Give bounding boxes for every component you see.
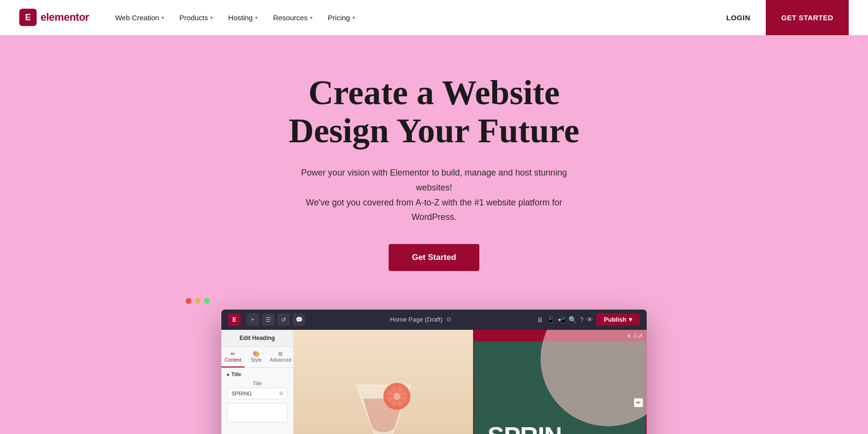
- nav-item-products[interactable]: Products ▾: [173, 10, 219, 26]
- editor-topbar-actions: + ☰ ↺ 💬: [246, 313, 305, 326]
- topbar-right: 🖥 📱 📲 🔍 ? 👁 Publish ▾: [537, 313, 640, 326]
- nav-item-pricing[interactable]: Pricing ▾: [321, 10, 362, 26]
- get-started-button-hero[interactable]: Get Started: [389, 244, 479, 271]
- elementor-editor-icon: E: [228, 313, 241, 326]
- canvas-left: [294, 330, 473, 434]
- nav-right: LOGIN GET STARTED: [719, 0, 849, 35]
- input-icon: ⊞: [279, 391, 283, 396]
- window-dots: [186, 298, 210, 304]
- style-icon: 🎨: [246, 351, 266, 357]
- editor-panel: Edit Heading ✏ Content 🎨 Style ⚙ Advanc: [221, 330, 294, 434]
- chevron-down-icon: ▾: [310, 15, 312, 20]
- window-dot-yellow: [195, 298, 201, 304]
- canvas-right: ✕ ⠿ + ⤢: [473, 330, 647, 434]
- triangle-icon: ▸: [227, 372, 230, 377]
- chevron-down-icon: ▾: [162, 15, 164, 20]
- spring-text-content: SPRIN: [488, 421, 562, 434]
- login-button[interactable]: LOGIN: [719, 10, 758, 26]
- logo-link[interactable]: E elementor: [19, 9, 89, 26]
- nav-item-resources[interactable]: Resources ▾: [266, 10, 319, 26]
- publish-button[interactable]: Publish ▾: [596, 313, 640, 326]
- advanced-icon: ⚙: [270, 351, 291, 357]
- edit-pencil-button[interactable]: ✏: [634, 398, 643, 407]
- history-button[interactable]: ↺: [277, 313, 290, 326]
- editor-preview: E + ☰ ↺ 💬 Home Page (Draft) ⚙ 🖥 📱 📲 🔍 ?: [19, 310, 849, 434]
- page-name: Home Page (Draft) ⚙: [309, 316, 533, 323]
- hero-title: Create a Website Design Your Future: [19, 74, 849, 150]
- add-widget-button[interactable]: +: [246, 313, 259, 326]
- panel-tab-content[interactable]: ✏ Content: [221, 347, 244, 367]
- chevron-down-icon: ▾: [353, 15, 355, 20]
- chevron-down-icon: ▾: [629, 316, 632, 323]
- eye-icon[interactable]: 👁: [586, 316, 593, 324]
- svg-point-8: [393, 393, 401, 400]
- title-field: Title SPRING ⊞: [227, 381, 287, 399]
- comments-button[interactable]: 💬: [293, 313, 305, 326]
- window-dot-red: [186, 298, 191, 304]
- editor-topbar: E + ☰ ↺ 💬 Home Page (Draft) ⚙ 🖥 📱 📲 🔍 ?: [221, 310, 647, 330]
- nav-item-web-creation[interactable]: Web Creation ▾: [108, 10, 171, 26]
- panel-tabs: ✏ Content 🎨 Style ⚙ Advanced: [221, 347, 293, 368]
- panel-header: Edit Heading: [221, 330, 293, 347]
- editor-window: E + ☰ ↺ 💬 Home Page (Draft) ⚙ 🖥 📱 📲 🔍 ?: [221, 310, 647, 434]
- cocktail-image: [335, 349, 432, 434]
- nav-item-hosting[interactable]: Hosting ▾: [221, 10, 264, 26]
- orange-slice-image: [574, 412, 647, 434]
- navigator-button[interactable]: ☰: [262, 313, 274, 326]
- hero-subtitle: Power your vision with Elementor to buil…: [289, 165, 579, 224]
- mobile-icon[interactable]: 📲: [557, 316, 566, 324]
- panel-tab-style[interactable]: 🎨 Style: [244, 347, 268, 367]
- search-icon[interactable]: 🔍: [569, 316, 577, 324]
- get-started-button-nav[interactable]: GET STARTED: [766, 0, 849, 35]
- tablet-icon[interactable]: 📱: [546, 316, 555, 324]
- desktop-icon[interactable]: 🖥: [537, 316, 543, 324]
- editor-body: Edit Heading ✏ Content 🎨 Style ⚙ Advanc: [221, 330, 647, 434]
- editor-canvas: ✕ ⠿ + ⤢: [294, 330, 647, 434]
- help-icon[interactable]: ?: [580, 316, 583, 324]
- nav-links: Web Creation ▾ Products ▾ Hosting ▾ Reso…: [108, 10, 719, 26]
- hero-section: Create a Website Design Your Future Powe…: [0, 35, 868, 434]
- logo-icon: E: [19, 9, 37, 26]
- title-text-area[interactable]: [227, 403, 287, 422]
- chevron-down-icon: ▾: [210, 15, 213, 20]
- title-input[interactable]: SPRING ⊞: [227, 388, 287, 399]
- chevron-down-icon: ▾: [255, 15, 258, 20]
- navbar: E elementor Web Creation ▾ Products ▾ Ho…: [0, 0, 868, 35]
- panel-section-title: ▸ Title Title SPRING ⊞: [221, 368, 293, 430]
- logo-text: elementor: [41, 11, 89, 24]
- window-dot-green: [204, 298, 210, 304]
- spring-heading: SPRIN: [488, 421, 562, 434]
- panel-tab-advanced[interactable]: ⚙ Advanced: [268, 347, 293, 367]
- pencil-icon: ✏: [223, 351, 243, 357]
